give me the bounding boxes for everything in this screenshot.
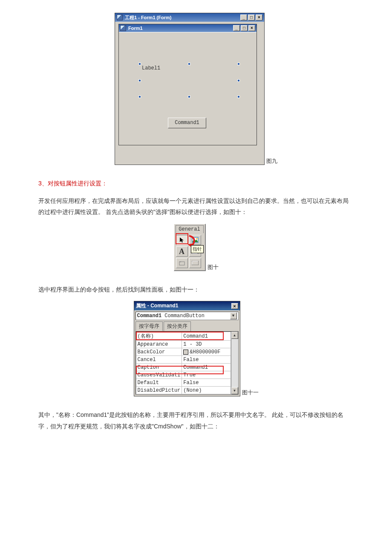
object-name: Command1 [137,313,162,319]
figure-11-row: 属性 - Command1 × Command1 CommandButton ▼… [38,301,354,396]
selection-handle[interactable] [138,79,141,82]
section-3-heading-text: 3、对按钮属性进行设置： [38,180,107,187]
selection-handle[interactable] [138,95,141,98]
property-row-caption: CaptionCommand1 [136,364,231,371]
designer-outer-body: Form1 _ □ × Label1 [115,22,264,165]
prop-value-cell[interactable]: Command1 [182,332,231,341]
label-tool[interactable]: A [176,246,188,257]
property-row-default: DefaultFalse [136,379,231,387]
dropdown-arrow-icon[interactable]: ▼ [230,312,237,319]
color-swatch-icon [183,350,188,355]
prop-name-cell[interactable]: Cancel [136,356,182,364]
figure-10-row: General A ab| xy [38,224,354,271]
vb-form-icon [117,14,123,20]
toolbox-tab-general[interactable]: General [176,225,204,233]
property-row-backcolor: BackColor&H8000000F [136,348,231,356]
property-row-name: (名称)Command1 [136,332,231,341]
prop-name-cell[interactable]: Caption [136,364,182,371]
prop-name-cell[interactable]: Default [136,379,182,387]
prop-name-cell[interactable]: CausesValidati [136,371,182,379]
svg-text:xy: xy [179,260,181,263]
figure-10-caption: 图十 [208,263,219,271]
properties-titlebar: 属性 - Command1 × [134,301,240,310]
prop-value-cell[interactable]: Command1 [182,364,231,371]
minimize-button[interactable]: _ [240,14,247,20]
object-combobox[interactable]: Command1 CommandButton ▼ [135,312,239,320]
figure-10-wrap: General A ab| xy [174,224,206,271]
property-row-disabledpicture: DisabledPictur(None) [136,387,231,394]
maximize-button[interactable]: □ [248,14,255,20]
pointer-tooltip: 指针 [191,245,204,253]
command1-caption: Command1 [175,120,199,126]
tab-alphabetic[interactable]: 按字母序 [135,321,163,331]
form1-minimize-button[interactable]: _ [233,25,240,31]
section-3-heading: 3、对按钮属性进行设置： [38,178,354,189]
svg-marker-0 [180,237,184,243]
selection-handle[interactable] [237,79,240,82]
prop-value-cell[interactable]: False [182,379,231,387]
prop-value-cell[interactable]: (None) [182,387,231,394]
form-icon [120,25,126,31]
properties-title-text: 属性 - Command1 [136,302,231,309]
property-row-cancel: CancelFalse [136,356,231,364]
selection-handle[interactable] [188,95,190,98]
pointer-tool[interactable] [176,235,188,245]
property-grid[interactable]: (名称)Command1 Appearance1 - 3D BackColor&… [136,332,231,394]
figure-11-caption: 图十一 [242,389,259,396]
selection-handle[interactable] [237,63,240,65]
selection-handle[interactable] [188,63,190,65]
form1-window-buttons: _ □ × [233,25,255,31]
property-scrollbar[interactable]: ▲ ▼ [231,332,238,394]
frame-tool[interactable]: xy [176,258,188,268]
prop-name-cell[interactable]: BackColor [136,348,182,356]
property-row-appearance: Appearance1 - 3D [136,341,231,348]
window-buttons: _ □ × [240,14,262,20]
form1-close-button[interactable]: × [248,25,255,31]
properties-panel: 属性 - Command1 × Command1 CommandButton ▼… [134,301,240,396]
selection-handle[interactable] [237,95,240,98]
figure-11-wrap: 属性 - Command1 × Command1 CommandButton ▼… [134,301,240,396]
section-3-para1: 开发任何应用程序，在完成界面布局后，应该就每一个元素进行属性设置以达到自己的要求… [38,195,354,218]
form1-canvas[interactable]: Label1 Command1 [119,32,257,145]
scroll-up-button[interactable]: ▲ [231,332,238,339]
properties-close-button[interactable]: × [231,303,238,309]
figure-9-caption: 图九 [266,157,277,165]
object-type: CommandButton [161,313,205,319]
tab-categorized[interactable]: 按分类序 [164,321,191,331]
property-grid-container: (名称)Command1 Appearance1 - 3D BackColor&… [135,331,239,395]
form1-title: Form1 [128,26,233,31]
para-after-fig10: 选中程序界面上的命令按钮，然后找到属性面板，如图十一： [38,284,354,295]
form1-window[interactable]: Form1 _ □ × Label1 [118,24,257,145]
command1-button[interactable]: Command1 [168,118,206,128]
commandbutton-tool[interactable] [189,258,201,268]
label1-text: Label1 [142,65,160,71]
property-row-causesvalidation: CausesValidatiTrue [136,371,231,379]
label1-control[interactable]: Label1 [140,64,238,96]
form1-titlebar: Form1 _ □ × [119,24,257,32]
prop-name-cell[interactable]: DisabledPictur [136,387,182,394]
close-button[interactable]: × [256,14,262,20]
form1-maximize-button[interactable]: □ [241,25,248,31]
page-content: 工程1 - Form1 (Form) _ □ × Form1 _ □ × [0,0,392,472]
designer-outer-window: 工程1 - Form1 (Form) _ □ × Form1 _ □ × [115,13,265,165]
prop-name-cell[interactable]: Appearance [136,341,182,348]
scroll-down-button[interactable]: ▼ [231,387,238,394]
prop-value-cell[interactable]: &H8000000F [182,348,231,356]
prop-name-cell[interactable]: (名称) [136,332,182,341]
prop-value-cell[interactable]: True [182,371,231,379]
prop-value-cell[interactable]: False [182,356,231,364]
selection-handle[interactable] [138,63,141,65]
figure-9-row: 工程1 - Form1 (Form) _ □ × Form1 _ □ × [38,13,354,165]
designer-outer-titlebar: 工程1 - Form1 (Form) _ □ × [115,13,264,22]
property-sort-tabs: 按字母序 按分类序 [134,321,240,331]
designer-outer-title: 工程1 - Form1 (Form) [125,14,240,21]
prop-value-cell[interactable]: 1 - 3D [182,341,231,348]
para-after-fig11: 其中，"名称：Command1"是此按钮的名称，主要用于程序引用，所以不要用中文… [38,409,354,432]
